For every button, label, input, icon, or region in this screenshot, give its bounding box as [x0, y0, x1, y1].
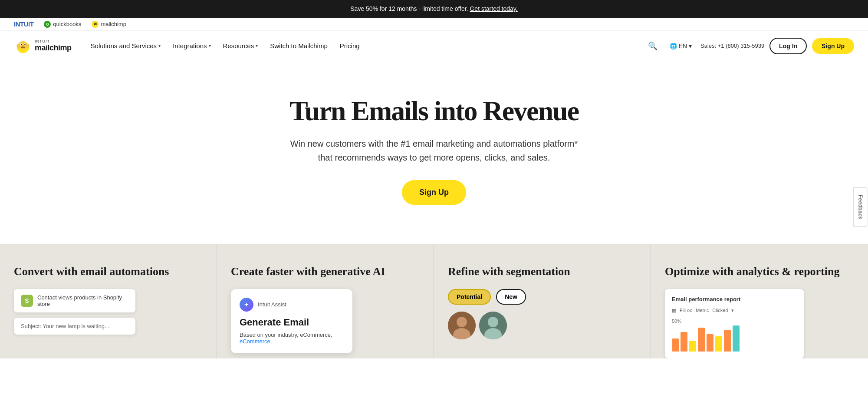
feature-segmentation-title: Refine with segmentation — [448, 265, 637, 278]
shopify-notification-text: Contact views products in Shopify store — [37, 294, 128, 307]
mailchimp-logo-icon — [14, 37, 32, 55]
header-right: 🔍 🌐 EN ▾ Sales: +1 (800) 315-5939 Log In… — [644, 38, 854, 54]
bar-1 — [672, 338, 679, 352]
nav-solutions-label: Solutions and Services — [91, 42, 157, 49]
feedback-tab[interactable]: Feedback — [854, 187, 868, 227]
search-icon: 🔍 — [648, 41, 658, 51]
bar-8 — [733, 325, 740, 352]
analytics-card-title: Email performance report — [672, 296, 797, 302]
bar-2 — [681, 332, 687, 352]
search-button[interactable]: 🔍 — [644, 38, 661, 54]
nav-integrations[interactable]: Integrations ▾ — [168, 39, 216, 53]
feature-automations-title: Convert with email automations — [14, 265, 203, 278]
quickbooks-label: quickbooks — [53, 21, 81, 27]
logo[interactable]: INTUIT mailchimp — [14, 37, 72, 55]
nav-integrations-label: Integrations — [173, 42, 207, 49]
feature-segmentation: Refine with segmentation Potential New — [434, 244, 651, 358]
svg-point-8 — [26, 43, 30, 48]
hero-subtitle: Win new customers with the #1 email mark… — [282, 137, 586, 164]
intuit-assist-header: ✦ Intuit Assist — [240, 298, 344, 312]
analytics-fill-icon: ▦ — [672, 308, 676, 313]
nav-switch[interactable]: Switch to Mailchimp — [265, 39, 333, 53]
analytics-50-label: 50% — [672, 319, 797, 324]
segment-tags: Potential New — [448, 289, 637, 305]
svg-point-10 — [457, 317, 467, 327]
generate-email-title: Generate Email — [240, 317, 344, 328]
svg-point-5 — [24, 44, 26, 45]
nav-integrations-chevron: ▾ — [209, 43, 211, 48]
analytics-controls: ▦ Fill oo Metric Clicked ▾ — [672, 308, 797, 313]
mc-icon: ✉ — [92, 21, 99, 28]
hero-title: Turn Emails into Revenue — [9, 96, 859, 126]
hero-signup-button[interactable]: Sign Up — [402, 180, 466, 205]
segment-tag-potential: Potential — [448, 289, 491, 305]
nav-pricing[interactable]: Pricing — [335, 39, 365, 53]
intuit-assist-card: ✦ Intuit Assist Generate Email Based on … — [231, 289, 352, 353]
analytics-fill-label: Fill oo — [680, 308, 692, 313]
feature-analytics: Optimize with analytics & reporting Emai… — [651, 244, 868, 358]
mailchimp-link[interactable]: ✉ mailchimp — [92, 21, 126, 28]
header-signup-button[interactable]: Sign Up — [812, 38, 854, 54]
intuit-brand-label: INTUIT — [14, 20, 33, 28]
language-label: EN — [679, 43, 687, 49]
feedback-label: Feedback — [858, 195, 864, 220]
language-selector[interactable]: 🌐 EN ▾ — [666, 40, 695, 52]
avatar-1 — [448, 312, 476, 339]
nav-resources-label: Resources — [223, 42, 254, 49]
generate-email-text: Based on your industry, eCommerce, eComm… — [240, 332, 344, 345]
analytics-dropdown-icon: ▾ — [731, 308, 734, 313]
qb-icon: Q — [44, 21, 51, 28]
mailchimp-label: mailchimp — [101, 21, 126, 27]
segment-avatars — [448, 312, 637, 339]
nav-solutions-chevron: ▾ — [158, 43, 161, 48]
bar-5 — [707, 334, 713, 352]
analytics-metric-label: Metric — [696, 308, 709, 313]
nav-resources-chevron: ▾ — [256, 43, 258, 48]
top-banner: Save 50% for 12 months - limited time of… — [0, 0, 868, 18]
feature-ai: Create faster with generative AI ✦ Intui… — [217, 244, 434, 358]
banner-text: Save 50% for 12 months - limited time of… — [350, 5, 468, 12]
bar-4 — [698, 328, 705, 352]
svg-point-7 — [16, 43, 20, 48]
features-section: Convert with email automations S Contact… — [0, 244, 868, 358]
segment-tag-new: New — [496, 289, 526, 305]
login-button[interactable]: Log In — [769, 38, 807, 54]
email-subject-text: Subject: Your new lamp is waiting... — [21, 323, 109, 329]
globe-icon: 🌐 — [670, 43, 677, 49]
nav-resources[interactable]: Resources ▾ — [218, 39, 263, 53]
assist-label: Intuit Assist — [258, 301, 286, 308]
sales-number: Sales: +1 (800) 315-5939 — [700, 43, 764, 49]
feature-automations: Convert with email automations S Contact… — [0, 244, 217, 358]
analytics-clicked-label: Clicked — [712, 308, 728, 313]
main-header: INTUIT mailchimp Solutions and Services … — [0, 31, 868, 61]
feature-ai-title: Create faster with generative AI — [231, 265, 420, 278]
logo-intuit: INTUIT — [35, 39, 72, 43]
email-subject-line: Subject: Your new lamp is waiting... — [14, 318, 135, 335]
nav-pricing-label: Pricing — [340, 42, 360, 49]
logo-mailchimp: mailchimp — [35, 43, 72, 53]
lang-chevron: ▾ — [689, 43, 692, 49]
svg-point-4 — [21, 44, 22, 45]
quickbooks-link[interactable]: Q quickbooks — [44, 21, 81, 28]
nav-solutions[interactable]: Solutions and Services ▾ — [85, 39, 166, 53]
hero-section: Turn Emails into Revenue Win new custome… — [0, 61, 868, 244]
bar-7 — [724, 330, 731, 352]
bar-3 — [689, 341, 696, 352]
shopify-notification: S Contact views products in Shopify stor… — [14, 289, 135, 312]
feature-analytics-title: Optimize with analytics & reporting — [665, 265, 854, 278]
logo-text: INTUIT mailchimp — [35, 39, 72, 53]
analytics-card: Email performance report ▦ Fill oo Metri… — [665, 289, 804, 358]
bar-6 — [715, 336, 722, 352]
intuit-sub-header: INTUIT Q quickbooks ✉ mailchimp — [0, 18, 868, 31]
nav-switch-label: Switch to Mailchimp — [270, 42, 328, 49]
banner-link[interactable]: Get started today. — [470, 5, 517, 12]
main-nav: Solutions and Services ▾ Integrations ▾ … — [85, 39, 644, 53]
svg-point-13 — [488, 317, 498, 327]
avatar-2 — [479, 312, 507, 339]
analytics-bar-chart — [672, 325, 797, 352]
assist-icon: ✦ — [240, 298, 253, 312]
shopify-icon: S — [21, 295, 33, 307]
ecommerce-link[interactable]: eCommerce, — [240, 338, 272, 345]
